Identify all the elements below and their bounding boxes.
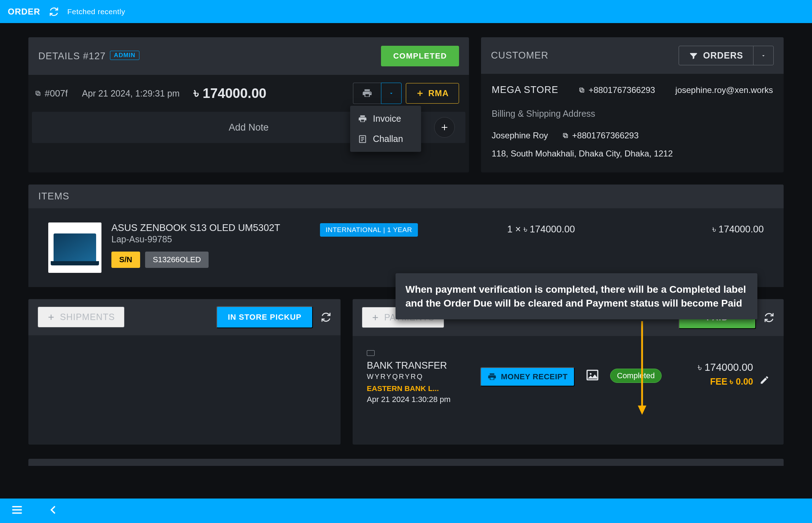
print-dropdown-button[interactable]: [381, 83, 402, 104]
customer-store: MEGA STORE: [492, 81, 558, 99]
order-hash[interactable]: #007f: [35, 88, 68, 99]
svg-marker-21: [638, 406, 646, 415]
customer-phone-secondary-text: +8801767366293: [572, 127, 639, 144]
customer-title: CUSTOMER: [491, 50, 548, 61]
details-info-row: #007f Apr 21 2024, 1:29:31 pm ৳174000.00: [28, 75, 469, 112]
payment-image-icon[interactable]: [585, 368, 600, 382]
svg-rect-12: [564, 134, 568, 138]
edit-payment-icon[interactable]: [759, 375, 769, 387]
customer-orders-label: ORDERS: [703, 50, 743, 61]
pencil-icon: [759, 375, 769, 385]
document-icon: [358, 134, 367, 144]
page-title: ORDER: [8, 7, 40, 17]
annotation-tooltip: When payment verification is completed, …: [396, 273, 757, 319]
print-icon: [358, 114, 367, 123]
money-receipt-label: MONEY RECEIPT: [501, 372, 568, 381]
image-icon: [585, 368, 600, 382]
order-hash-text: #007f: [45, 88, 68, 99]
customer-phone-primary-text: +8801767366293: [589, 82, 655, 98]
add-note-plus-button[interactable]: [434, 117, 455, 138]
details-panel: DETAILS #127 ADMIN COMPLETED #007f Apr 2…: [28, 37, 469, 172]
customer-recipient: Josephine Roy: [492, 127, 548, 144]
customer-phone-primary[interactable]: +8801767366293: [579, 82, 655, 98]
plus-icon: [371, 314, 379, 321]
print-menu-invoice-label: Invoice: [373, 114, 401, 124]
customer-orders-caret[interactable]: [753, 46, 773, 65]
copy-icon: [579, 87, 585, 93]
payment-method: BANK TRANSFER: [367, 360, 470, 371]
order-datetime: Apr 21 2024, 1:29:31 pm: [82, 88, 179, 99]
items-header: ITEMS: [28, 185, 784, 208]
details-header: DETAILS #127 ADMIN COMPLETED: [28, 37, 469, 75]
admin-badge: ADMIN: [110, 51, 139, 60]
in-store-pickup-button[interactable]: IN STORE PICKUP: [216, 306, 313, 328]
details-title: DETAILS #127: [38, 51, 106, 62]
menu-icon[interactable]: [11, 503, 23, 518]
copy-icon: [35, 90, 41, 97]
annotation-text: When payment verification is completed, …: [405, 284, 746, 309]
print-menu-challan-label: Challan: [373, 134, 403, 144]
payment-reference: WYRYQRYRQ: [367, 373, 470, 381]
order-total: ৳174000.00: [194, 86, 266, 101]
item-thumbnail[interactable]: [48, 222, 101, 273]
add-note-label: Add Note: [229, 122, 269, 133]
plus-icon: [440, 123, 449, 132]
svg-rect-10: [581, 89, 584, 92]
svg-rect-0: [37, 92, 40, 95]
payments-refresh-icon[interactable]: [764, 312, 774, 323]
items-panel: ITEMS ASUS ZENBOOK S13 OLED UM5302T Lap-…: [28, 185, 784, 287]
print-menu-invoice[interactable]: Invoice: [350, 109, 421, 129]
top-bar: ORDER Fetched recently: [0, 0, 812, 23]
shipments-refresh-icon[interactable]: [321, 312, 331, 323]
payment-entry: BANK TRANSFER WYRYQRYRQ EASTERN BANK L..…: [353, 336, 784, 416]
customer-address-label: Billing & Shipping Address: [492, 105, 773, 122]
svg-point-19: [590, 373, 592, 375]
shipments-title: SHIPMENTS: [60, 312, 115, 322]
customer-address: 118, South Mohakhali, Dhaka City, Dhaka,…: [492, 145, 773, 162]
print-button[interactable]: [353, 83, 381, 104]
add-shipment-button[interactable]: SHIPMENTS: [38, 307, 125, 327]
rma-label: RMA: [428, 88, 449, 98]
card-icon: [367, 350, 375, 356]
filter-icon: [689, 51, 698, 60]
item-serial-badge: S13266OLED: [145, 252, 209, 268]
customer-header: CUSTOMER ORDERS: [481, 37, 784, 74]
item-warranty-badge: INTERNATIONAL | 1 YEAR: [320, 223, 418, 237]
chevron-down-icon: [388, 90, 394, 96]
customer-body: MEGA STORE +8801767366293 josephine.roy@…: [481, 74, 784, 172]
item-line-total: ৳ 174000.00: [664, 222, 764, 235]
order-total-value: 174000.00: [203, 86, 266, 101]
copy-icon: [562, 132, 569, 139]
payments-panel: PAYMENTS PAID BANK TRANSFER WYRYQRYRQ EA…: [353, 299, 784, 445]
payment-amount: ৳ 174000.00: [698, 362, 753, 374]
payment-bank: EASTERN BANK L...: [367, 384, 470, 393]
rma-button[interactable]: RMA: [406, 83, 459, 104]
customer-email[interactable]: josephine.roy@xen.works: [675, 82, 773, 98]
chevron-down-icon: [761, 53, 766, 59]
refresh-icon[interactable]: [49, 7, 59, 17]
item-sn-badge[interactable]: S/N: [111, 252, 140, 268]
money-receipt-button[interactable]: MONEY RECEIPT: [480, 367, 575, 386]
content-area: DETAILS #127 ADMIN COMPLETED #007f Apr 2…: [0, 23, 812, 499]
payment-datetime: Apr 21 2024 1:30:28 pm: [367, 395, 470, 404]
payment-fee: FEE ৳ 0.00: [698, 376, 753, 387]
item-name[interactable]: ASUS ZENBOOK S13 OLED UM5302T: [111, 222, 310, 233]
item-qty-price: 1 × ৳ 174000.00: [428, 222, 654, 235]
item-sku: Lap-Asu-99785: [111, 234, 310, 244]
print-menu-challan[interactable]: Challan: [350, 129, 421, 149]
annotation-arrow-icon: [635, 321, 649, 417]
shipments-header: SHIPMENTS IN STORE PICKUP: [28, 299, 341, 335]
order-status-completed-button[interactable]: COMPLETED: [381, 46, 459, 66]
customer-phone-secondary[interactable]: +8801767366293: [562, 127, 639, 144]
customer-panel: CUSTOMER ORDERS MEGA STORE +880: [481, 37, 784, 172]
plus-icon: [416, 89, 424, 97]
fetched-label: Fetched recently: [67, 7, 125, 16]
svg-rect-11: [580, 88, 583, 91]
print-icon: [487, 372, 497, 381]
print-icon: [362, 88, 372, 99]
plus-icon: [47, 313, 55, 321]
svg-rect-1: [36, 91, 39, 94]
shipments-panel: SHIPMENTS IN STORE PICKUP: [28, 299, 341, 445]
back-icon[interactable]: [48, 505, 59, 517]
customer-orders-button[interactable]: ORDERS: [679, 46, 774, 65]
